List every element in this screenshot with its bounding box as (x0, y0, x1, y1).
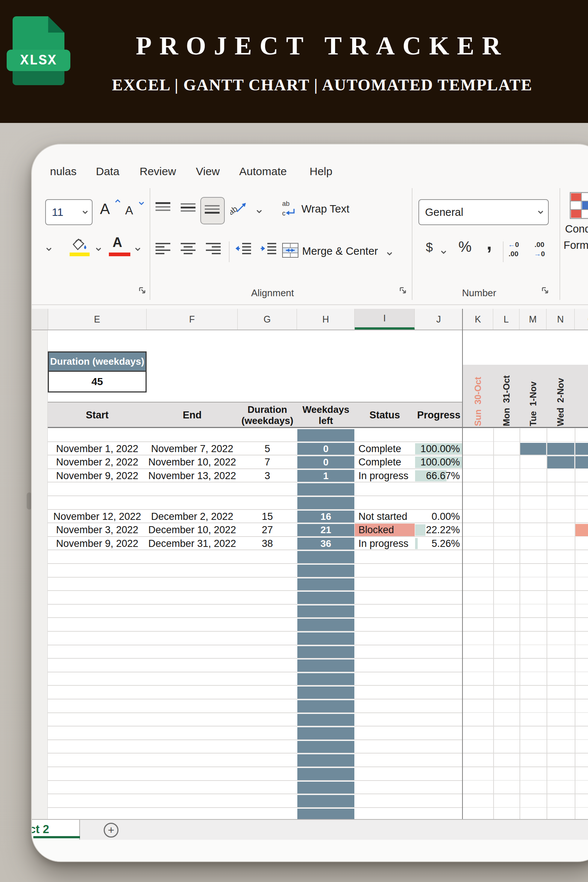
cell-weekdays-left[interactable]: 36 (297, 537, 355, 550)
weekdays-left-cell[interactable] (297, 714, 354, 726)
cell-status[interactable]: In progress (358, 537, 415, 550)
cell-duration[interactable]: 38 (238, 537, 297, 550)
cell-progress[interactable]: 0.00% (415, 510, 460, 523)
cell-start[interactable]: November 12, 2022 (48, 510, 147, 523)
cell-weekdays-left[interactable]: 0 (297, 442, 355, 456)
cell-start[interactable]: November 2, 2022 (48, 456, 147, 469)
cell-status[interactable]: In progress (358, 470, 415, 483)
gantt-gridline-v (493, 428, 494, 819)
header-end[interactable]: End (147, 402, 238, 428)
gantt-gridline-h (463, 536, 588, 537)
gantt-gridline-h (463, 563, 588, 564)
cell-status[interactable]: Blocked (358, 524, 415, 537)
header-status[interactable]: Status (355, 402, 415, 428)
weekdays-left-cell[interactable] (297, 660, 354, 672)
cell-end[interactable]: November 10, 2022 (147, 456, 238, 469)
cell-end[interactable]: December 10, 2022 (147, 524, 238, 537)
table-row-border (48, 685, 463, 686)
weekdays-left-cell[interactable] (297, 632, 354, 645)
weekdays-left-cell[interactable] (297, 795, 354, 807)
weekdays-left-cell[interactable] (297, 673, 354, 686)
header-weekdays-left[interactable]: Weekdays left (297, 402, 355, 428)
gantt-gridline-h (463, 604, 588, 604)
cell-weekdays-left[interactable]: 1 (297, 470, 355, 483)
gantt-gridline-h (463, 495, 588, 496)
cell-weekdays-left[interactable]: 0 (297, 456, 355, 469)
table-row-border (48, 766, 463, 767)
cell-duration[interactable]: 7 (238, 456, 297, 469)
header-duration-line2: (weekdays) (242, 415, 293, 426)
sheet-dynamic-layer: November 1, 2022November 7, 202250Comple… (32, 144, 588, 862)
gantt-day-header: Wed 2-Nov (555, 365, 566, 426)
cell-status[interactable]: Complete (358, 442, 415, 456)
cell-status[interactable]: Not started (358, 510, 415, 523)
weekdays-left-cell[interactable] (297, 700, 354, 712)
add-sheet-button[interactable]: + (104, 823, 118, 838)
gantt-gridline-h (463, 726, 588, 726)
gantt-gridline-h (463, 522, 588, 523)
table-row-border (48, 509, 463, 510)
table-row-border (48, 617, 463, 618)
cell-progress[interactable]: 66.67% (415, 470, 460, 483)
gantt-gridline-h (463, 455, 588, 456)
gantt-gridline-h (463, 780, 588, 781)
table-row-border (48, 672, 463, 672)
gantt-bar-cell (575, 443, 588, 455)
cell-progress[interactable]: 22.22% (415, 524, 460, 537)
gantt-gridline-v (546, 428, 547, 819)
banner: XLSX PROJECT TRACKER EXCEL | GANTT CHART… (0, 0, 588, 123)
cell-end[interactable]: November 7, 2022 (147, 442, 238, 456)
cell-duration[interactable]: 27 (238, 524, 297, 537)
cell-end[interactable]: November 13, 2022 (147, 470, 238, 483)
weekdays-left-cell[interactable] (297, 687, 354, 699)
header-duration-line1: Duration (248, 404, 287, 415)
weekdays-left-cell[interactable] (297, 565, 354, 577)
cell-start[interactable]: November 9, 2022 (48, 470, 147, 483)
weekdays-left-cell[interactable] (297, 782, 354, 794)
gantt-day-header: Tue 1-Nov (528, 365, 539, 426)
weekdays-left-cell[interactable] (297, 497, 354, 509)
cell-start[interactable]: November 9, 2022 (48, 537, 147, 550)
gantt-gridline-v (519, 428, 520, 819)
table-row-border (48, 658, 463, 659)
cell-duration[interactable]: 3 (238, 470, 297, 483)
weekdays-left-cell[interactable] (297, 551, 354, 563)
gantt-gridline-h (463, 482, 588, 483)
cell-weekdays-left[interactable]: 21 (297, 524, 355, 537)
weekdays-left-cell[interactable] (297, 429, 354, 441)
cell-end[interactable]: December 2, 2022 (147, 510, 238, 523)
weekdays-left-cell[interactable] (297, 578, 354, 591)
weekdays-left-cell[interactable] (297, 741, 354, 753)
table-row-border (48, 712, 463, 713)
header-duration[interactable]: Duration (weekdays) (238, 402, 297, 428)
gantt-day-header: Mon 31-Oct (501, 365, 512, 426)
cell-duration[interactable]: 15 (238, 510, 297, 523)
cell-status[interactable]: Complete (358, 456, 415, 469)
sheet-tab-active[interactable]: ect 2 (32, 820, 80, 840)
header-start[interactable]: Start (48, 402, 147, 428)
header-progress[interactable]: Progress (415, 402, 463, 428)
cell-progress[interactable]: 100.00% (415, 442, 460, 456)
weekdays-left-cell[interactable] (297, 483, 354, 495)
cell-start[interactable]: November 3, 2022 (48, 524, 147, 537)
weekdays-left-cell[interactable] (297, 646, 354, 658)
cell-progress[interactable]: 5.26% (415, 537, 460, 550)
cell-start[interactable]: November 1, 2022 (48, 442, 147, 456)
weekdays-left-cell[interactable] (297, 727, 354, 740)
weekdays-left-cell[interactable] (297, 619, 354, 631)
table-row-border (48, 740, 463, 740)
cell-weekdays-left[interactable]: 16 (297, 510, 355, 523)
duration-summary-box[interactable]: Duration (weekdays) 45 (48, 351, 147, 393)
gantt-bar-cell (575, 524, 588, 536)
cell-progress[interactable]: 100.00% (415, 456, 460, 469)
weekdays-left-cell[interactable] (297, 592, 354, 604)
weekdays-left-cell[interactable] (297, 754, 354, 766)
cell-end[interactable]: December 31, 2022 (147, 537, 238, 550)
gantt-gridline-h (463, 441, 588, 442)
table-row-border (48, 590, 463, 591)
cell-duration[interactable]: 5 (238, 442, 297, 456)
weekdays-left-cell[interactable] (297, 605, 354, 618)
gantt-bar-cell (547, 456, 574, 468)
gantt-gridline-h (463, 577, 588, 578)
weekdays-left-cell[interactable] (297, 768, 354, 780)
